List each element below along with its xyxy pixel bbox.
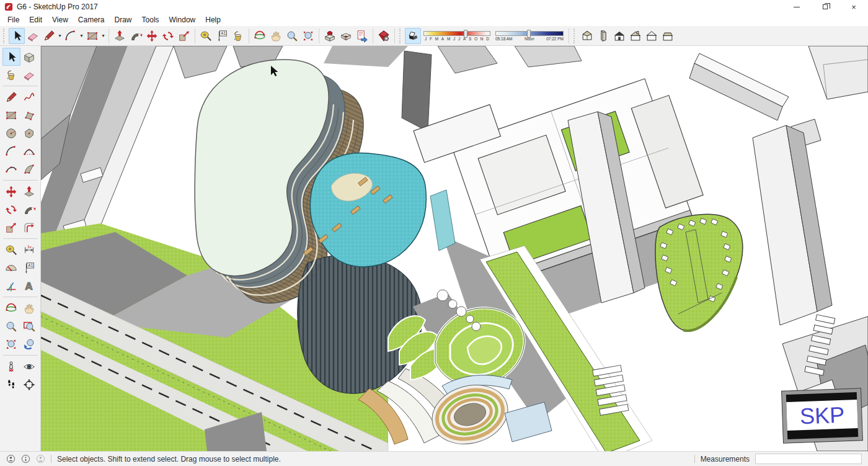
get-models[interactable] bbox=[322, 28, 338, 44]
view-top[interactable] bbox=[595, 28, 611, 44]
tape-measure-tool[interactable] bbox=[2, 241, 20, 259]
select-tool[interactable] bbox=[9, 28, 25, 44]
dimension-tool[interactable]: 3x bbox=[20, 241, 38, 259]
make-component-tool[interactable] bbox=[20, 48, 38, 66]
shadow-date-thumb[interactable] bbox=[464, 30, 467, 38]
measurements-input[interactable] bbox=[755, 454, 862, 464]
pie-tool[interactable] bbox=[20, 160, 38, 178]
view-iso[interactable] bbox=[579, 28, 595, 44]
shadow-time-slider[interactable]: 05:18 AMNoon07:22 PM bbox=[495, 31, 564, 41]
view-right[interactable] bbox=[627, 28, 644, 44]
menu-camera[interactable]: Camera bbox=[73, 14, 110, 25]
pan-tool[interactable] bbox=[20, 299, 38, 317]
orbit-tool[interactable] bbox=[2, 299, 20, 317]
menu-help[interactable]: Help bbox=[200, 14, 226, 25]
eraser-tool[interactable] bbox=[25, 28, 41, 44]
axes-tool[interactable] bbox=[2, 277, 20, 295]
look-around-tool[interactable] bbox=[20, 357, 38, 375]
polygon-tool[interactable] bbox=[20, 124, 38, 142]
walk-tool[interactable] bbox=[2, 375, 20, 393]
two-point-arc-icon bbox=[22, 145, 36, 158]
line-tool[interactable] bbox=[2, 88, 20, 106]
dropdown-arrow-icon[interactable]: ▾ bbox=[57, 33, 63, 38]
push-pull-tool[interactable] bbox=[20, 182, 38, 200]
rectangle-icon bbox=[4, 109, 18, 122]
follow-me-tool[interactable] bbox=[20, 200, 38, 218]
zoom-extents-tool[interactable] bbox=[300, 28, 316, 44]
line-tool[interactable] bbox=[41, 28, 57, 44]
paint-bucket-tool[interactable] bbox=[230, 28, 246, 44]
pan-tool[interactable] bbox=[268, 28, 284, 44]
toolset-divider bbox=[3, 238, 38, 239]
month-letter: M bbox=[447, 37, 450, 41]
paint-bucket-tool[interactable] bbox=[2, 66, 20, 84]
move-tool[interactable] bbox=[144, 28, 160, 44]
month-letter: M bbox=[435, 37, 438, 41]
zoom-extents-tool[interactable] bbox=[2, 335, 20, 353]
position-camera-tool[interactable] bbox=[2, 357, 20, 375]
menu-tools[interactable]: Tools bbox=[137, 14, 164, 25]
text-tool[interactable]: A1 bbox=[20, 259, 38, 277]
eraser-tool[interactable] bbox=[20, 66, 38, 84]
sign-in-icon[interactable] bbox=[36, 454, 45, 464]
tape-measure-icon bbox=[4, 243, 18, 257]
three-d-text-tool[interactable]: A bbox=[20, 277, 38, 295]
move-tool[interactable] bbox=[2, 182, 20, 200]
month-letter: J bbox=[425, 37, 427, 41]
zoom-tool[interactable] bbox=[2, 317, 20, 335]
previous-view-tool[interactable] bbox=[20, 335, 38, 353]
minimize-button[interactable] bbox=[782, 0, 811, 14]
rotated-rectangle-tool[interactable] bbox=[20, 106, 38, 124]
month-letters: JFMAMJJASOND bbox=[423, 36, 490, 41]
offset-tool[interactable] bbox=[20, 218, 38, 236]
line-icon bbox=[4, 91, 18, 104]
scale-tool[interactable] bbox=[2, 218, 20, 236]
geolocation-icon[interactable] bbox=[6, 454, 16, 464]
arc-tool[interactable] bbox=[63, 28, 79, 44]
share-component[interactable] bbox=[354, 28, 370, 44]
view-left[interactable] bbox=[660, 28, 676, 44]
shadow-date-slider[interactable]: JFMAMJJASOND bbox=[423, 31, 490, 41]
shadow-toggle-button[interactable] bbox=[405, 28, 421, 44]
follow-me-tool[interactable] bbox=[128, 28, 144, 44]
scale-tool[interactable] bbox=[176, 28, 192, 44]
freehand-tool[interactable] bbox=[20, 88, 38, 106]
three-point-arc-tool[interactable] bbox=[2, 160, 20, 178]
menu-file[interactable]: File bbox=[2, 14, 24, 25]
zoom-window-tool[interactable] bbox=[20, 317, 38, 335]
rotate-tool[interactable] bbox=[160, 28, 176, 44]
view-back[interactable] bbox=[644, 28, 660, 44]
rotate-tool[interactable] bbox=[2, 200, 20, 218]
extension-warehouse[interactable] bbox=[376, 28, 392, 44]
select-tool[interactable] bbox=[2, 48, 20, 66]
position-camera-icon bbox=[4, 360, 18, 374]
push-pull-tool[interactable] bbox=[112, 28, 128, 44]
menu-view[interactable]: View bbox=[47, 14, 73, 25]
shadow-time-thumb[interactable] bbox=[527, 30, 531, 38]
circle-tool[interactable] bbox=[2, 124, 20, 142]
section-plane-tool[interactable] bbox=[20, 375, 38, 393]
model-viewport[interactable]: SKP bbox=[41, 46, 868, 451]
close-button[interactable]: × bbox=[839, 0, 868, 14]
credits-icon[interactable] bbox=[21, 454, 30, 464]
restore-button[interactable] bbox=[811, 0, 839, 14]
menu-draw[interactable]: Draw bbox=[110, 14, 137, 25]
line-icon bbox=[42, 29, 56, 43]
two-point-arc-tool[interactable] bbox=[20, 142, 38, 160]
share-model[interactable] bbox=[338, 28, 354, 44]
protractor-tool[interactable] bbox=[2, 259, 20, 277]
select-icon bbox=[10, 29, 24, 43]
rectangle-tool[interactable] bbox=[84, 28, 100, 44]
rectangle-tool[interactable] bbox=[2, 106, 20, 124]
arc-tool[interactable] bbox=[2, 142, 20, 160]
menu-window[interactable]: Window bbox=[164, 14, 201, 25]
orbit-tool[interactable] bbox=[252, 28, 268, 44]
menu-edit[interactable]: Edit bbox=[24, 14, 47, 25]
dropdown-arrow-icon[interactable]: ▾ bbox=[79, 33, 84, 38]
view-front[interactable] bbox=[611, 28, 627, 44]
share-component-icon bbox=[355, 29, 369, 43]
zoom-tool[interactable] bbox=[284, 28, 300, 44]
tape-measure-tool[interactable] bbox=[198, 28, 214, 44]
dropdown-arrow-icon[interactable]: ▾ bbox=[100, 33, 106, 38]
text-tool[interactable]: A1 bbox=[214, 28, 230, 44]
